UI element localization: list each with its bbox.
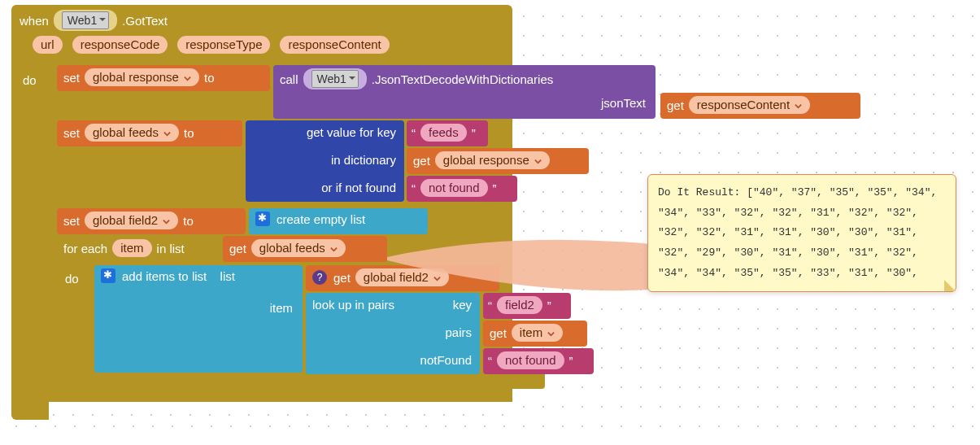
string-notfound-block-2[interactable]: “ not found ” bbox=[483, 348, 594, 374]
string-field2: field2 bbox=[497, 296, 542, 314]
set-global-field2-block[interactable]: set global field2 to bbox=[57, 208, 246, 234]
var-global-feeds-2[interactable]: global feeds bbox=[251, 239, 346, 257]
dict-getvalue-block[interactable]: get value for key in dictionary or if no… bbox=[246, 120, 404, 202]
create-empty-list-label: create empty list bbox=[277, 212, 365, 226]
lookup-label: look up in pairs bbox=[312, 298, 394, 312]
get-label-4: get bbox=[333, 271, 351, 285]
set-global-feeds-block[interactable]: set global feeds to bbox=[57, 120, 242, 146]
gear-icon-2[interactable] bbox=[101, 268, 115, 283]
quote-open: “ bbox=[412, 126, 416, 140]
var-global-field2-2[interactable]: global field2 bbox=[355, 268, 449, 286]
set-label-2: set bbox=[63, 126, 80, 140]
foreach-item[interactable]: item bbox=[112, 239, 151, 257]
string-notfound-2: not found bbox=[497, 351, 564, 369]
key-label: key bbox=[453, 298, 472, 312]
string-field2-block[interactable]: “ field2 ” bbox=[483, 293, 571, 319]
get-global-feeds-block[interactable]: get global feeds bbox=[223, 236, 387, 262]
chevron-down-icon bbox=[433, 275, 441, 282]
chevron-down-icon bbox=[547, 330, 555, 338]
quote-open: “ bbox=[488, 354, 492, 368]
do-it-result-tooltip: Do It Result: ["40", "37", "35", "35", "… bbox=[647, 174, 956, 292]
component-dropdown[interactable]: Web1 bbox=[54, 10, 117, 31]
set-label: set bbox=[63, 71, 80, 85]
get-global-response-block[interactable]: get global response bbox=[407, 148, 589, 174]
call-component[interactable]: Web1 bbox=[311, 70, 359, 88]
getvalueforkey-label: get value for key bbox=[307, 125, 396, 139]
get-responsecontent-block[interactable]: get responseContent bbox=[660, 93, 860, 119]
chevron-down-icon bbox=[795, 103, 802, 110]
var-global-field2[interactable]: global field2 bbox=[85, 212, 178, 229]
event-name: .GotText bbox=[122, 14, 168, 28]
do-label-2: do bbox=[65, 272, 79, 286]
chevron-down-icon bbox=[184, 75, 191, 82]
chevron-down-icon bbox=[163, 218, 170, 225]
arg-jsonText: jsonText bbox=[601, 96, 646, 110]
foreach-label: for each bbox=[63, 242, 107, 255]
get-label-2: get bbox=[413, 154, 430, 168]
param-responseContent[interactable]: responseContent bbox=[280, 36, 389, 54]
get-label-3: get bbox=[229, 242, 246, 255]
string-notfound-1: not found bbox=[420, 179, 488, 197]
list-label: list bbox=[220, 269, 235, 283]
var-item[interactable]: item bbox=[512, 324, 564, 342]
tooltip-text: Do It Result: ["40", "37", "35", "35", "… bbox=[658, 186, 937, 279]
string-notfound-block-1[interactable]: “ not found ” bbox=[407, 176, 517, 202]
quote-close: ” bbox=[493, 181, 497, 195]
additems-label: add items to list bbox=[122, 269, 207, 283]
when-label: when bbox=[20, 14, 49, 28]
call-label: call bbox=[280, 72, 298, 86]
component-name[interactable]: Web1 bbox=[62, 11, 109, 29]
quote-close: ” bbox=[547, 299, 551, 312]
call-component-dropdown[interactable]: Web1 bbox=[303, 68, 367, 89]
param-responseType[interactable]: responseType bbox=[177, 36, 270, 54]
quote-close: ” bbox=[472, 126, 476, 140]
add-items-to-list-block[interactable]: add items to list list item bbox=[94, 265, 303, 373]
quote-open: “ bbox=[412, 181, 416, 195]
var-global-response-2[interactable]: global response bbox=[435, 151, 550, 169]
var-global-response[interactable]: global response bbox=[85, 68, 199, 86]
help-icon[interactable]: ? bbox=[312, 270, 327, 285]
var-global-feeds[interactable]: global feeds bbox=[85, 124, 179, 142]
chevron-down-icon bbox=[330, 246, 338, 253]
inlist-label: in list bbox=[157, 242, 185, 255]
get-label-5: get bbox=[490, 326, 507, 340]
get-label: get bbox=[667, 98, 684, 112]
notfound-label: notFound bbox=[420, 353, 472, 367]
var-responsecontent[interactable]: responseContent bbox=[689, 96, 810, 114]
string-feeds-block[interactable]: “ feeds ” bbox=[407, 120, 488, 146]
pairs-label: pairs bbox=[445, 325, 472, 339]
param-url[interactable]: url bbox=[33, 36, 63, 54]
to-label: to bbox=[204, 71, 215, 85]
to-label-3: to bbox=[183, 214, 194, 228]
quote-open: “ bbox=[488, 299, 492, 312]
chevron-down-icon bbox=[534, 158, 542, 165]
item-label: item bbox=[270, 301, 293, 315]
create-empty-list-block[interactable]: create empty list bbox=[249, 208, 428, 234]
string-feeds: feeds bbox=[420, 124, 467, 142]
call-jsontextdecode-block[interactable]: call Web1 .JsonTextDecodeWithDictionarie… bbox=[273, 65, 656, 119]
param-responseCode[interactable]: responseCode bbox=[72, 36, 168, 54]
get-global-field2-block[interactable]: ? get global field2 bbox=[306, 265, 499, 291]
indictionary-label: in dictionary bbox=[331, 153, 396, 167]
lookup-pairs-block[interactable]: look up in pairs key pairs notFound bbox=[306, 293, 480, 374]
gear-icon[interactable] bbox=[255, 212, 270, 226]
quote-close: ” bbox=[569, 354, 573, 368]
do-label: do bbox=[23, 73, 37, 87]
call-method: .JsonTextDecodeWithDictionaries bbox=[372, 72, 553, 86]
set-label-3: set bbox=[63, 214, 80, 228]
get-item-block[interactable]: get item bbox=[483, 321, 587, 347]
chevron-down-icon bbox=[163, 130, 171, 137]
set-global-response-block[interactable]: set global response to bbox=[57, 65, 270, 91]
to-label-2: to bbox=[184, 126, 194, 140]
orifnotfound-label: or if not found bbox=[321, 181, 396, 194]
